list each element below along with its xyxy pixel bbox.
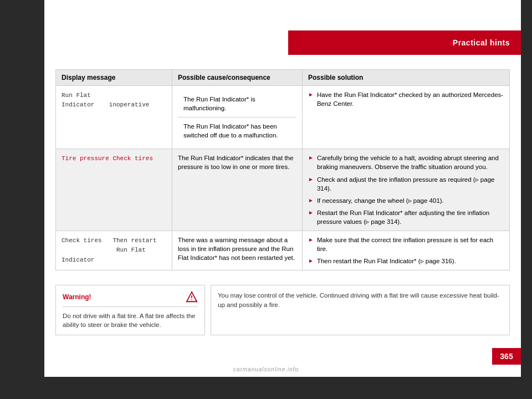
cause-2: The Run Flat Indicator* indicates that t…	[172, 149, 303, 231]
cause-1: The Run Flat Indicator* is malfunctionin…	[172, 86, 303, 149]
warning-text: Do not drive with a flat tire. A flat ti…	[63, 311, 198, 329]
table-row: Check tires Then restart Run Flat Indica…	[56, 231, 510, 270]
header-bar: Practical hints	[288, 30, 521, 55]
table-row: Run FlatIndicator inoperative The Run Fl…	[56, 86, 510, 149]
col-header-solution: Possible solution	[303, 70, 510, 86]
cause-3: There was a warning message about a loss…	[172, 231, 303, 270]
bullet-arrow-icon: ►	[308, 236, 314, 244]
bullet-arrow-icon: ►	[308, 209, 314, 217]
table-row: Tire pressure Check tires The Run Flat I…	[56, 149, 510, 231]
content-area: Practical hints Display message Possible…	[44, 0, 521, 377]
footer-logo: carmanualsonline.info	[44, 366, 488, 372]
col-header-display: Display message	[56, 70, 172, 86]
solution-3: ► Make sure that the correct tire inflat…	[303, 231, 510, 270]
display-message-3: Check tires Then restart Run Flat Indica…	[56, 231, 172, 270]
bullet-arrow-icon: ►	[308, 197, 314, 204]
warning-triangle-icon	[186, 291, 198, 303]
col-header-cause: Possible cause/consequence	[172, 70, 303, 86]
display-message-2: Tire pressure Check tires	[56, 149, 172, 231]
warning-note-box: You may lose control of the vehicle. Con…	[211, 285, 510, 335]
warning-box: Warning! Do not drive with a flat tire. …	[55, 285, 205, 335]
page-number: 365	[492, 348, 521, 365]
page-title: Practical hints	[453, 38, 510, 47]
solution-2: ► Carefully bring the vehicle to a halt,…	[303, 149, 510, 231]
bullet-arrow-icon: ►	[308, 176, 314, 183]
display-message-1: Run FlatIndicator inoperative	[56, 86, 172, 149]
main-table: Display message Possible cause/consequen…	[55, 69, 510, 270]
solution-1: ► Have the Run Flat Indicator* checked b…	[303, 86, 510, 149]
warning-section: Warning! Do not drive with a flat tire. …	[55, 285, 510, 335]
warning-note-text: You may lose control of the vehicle. Con…	[218, 292, 499, 308]
bullet-arrow-icon: ►	[308, 91, 314, 99]
bullet-arrow-icon: ►	[308, 154, 314, 162]
bullet-arrow-icon: ►	[308, 257, 314, 265]
warning-label: Warning!	[63, 293, 91, 301]
svg-point-1	[191, 299, 192, 300]
